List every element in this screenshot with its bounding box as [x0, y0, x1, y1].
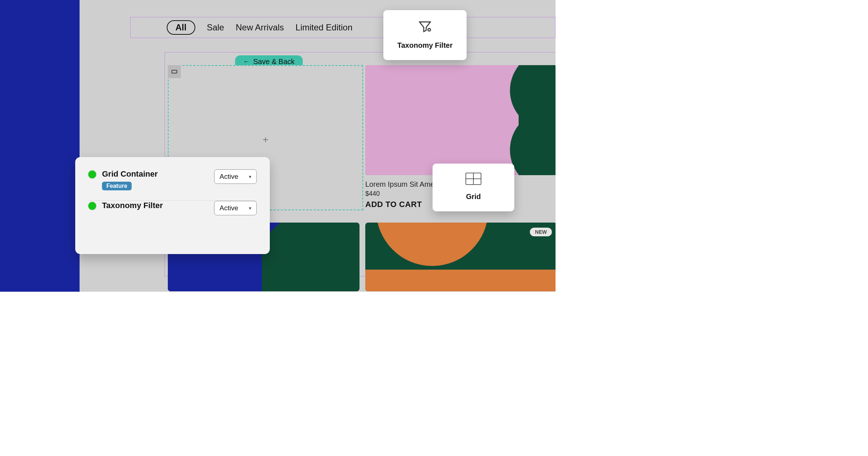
svg-point-0 — [428, 29, 430, 31]
status-dot-icon — [88, 170, 96, 178]
save-and-back-label: Save & Back — [253, 58, 295, 66]
filter-icon — [418, 20, 432, 34]
grid-container-state-select[interactable]: Active ▾ — [214, 169, 257, 184]
arrow-left-icon: ← — [243, 58, 250, 66]
settings-row-taxonomy-filter: Taxonomy Filter Active ▾ — [88, 201, 257, 215]
status-dot-icon — [88, 202, 96, 210]
select-value: Active — [220, 173, 238, 181]
filter-new-arrivals[interactable]: New Arrivals — [236, 22, 284, 33]
select-value: Active — [220, 204, 238, 212]
taxonomy-filter-title: Taxonomy Filter — [102, 201, 163, 210]
decorative-left-stripe — [0, 0, 80, 292]
chevron-down-icon: ▾ — [249, 174, 251, 180]
filter-all-pill[interactable]: All — [167, 20, 195, 35]
chevron-down-icon: ▾ — [249, 205, 251, 211]
grid-container-title: Grid Container — [102, 169, 158, 179]
taxonomy-filter-label: Taxonomy Filter — [383, 41, 467, 50]
new-badge: NEW — [530, 228, 552, 236]
grid-icon — [465, 172, 482, 185]
filter-nav-row: All Sale New Arrivals Limited Edition — [130, 17, 556, 38]
grid-label: Grid — [433, 193, 514, 201]
feature-badge: Feature — [102, 182, 132, 190]
add-content-icon[interactable]: + — [263, 134, 268, 145]
grid-popover[interactable]: Grid — [433, 164, 514, 211]
filter-sale[interactable]: Sale — [207, 22, 224, 33]
product-image — [365, 65, 556, 175]
settings-row-grid-container: Grid Container Feature Active ▾ — [88, 169, 257, 190]
block-settings-panel: Grid Container Feature Active ▾ Taxonomy… — [75, 157, 270, 254]
taxonomy-filter-state-select[interactable]: Active ▾ — [214, 201, 257, 215]
filter-limited-edition[interactable]: Limited Edition — [295, 22, 352, 33]
product-tile[interactable]: NEW — [365, 223, 556, 291]
container-handle-icon[interactable] — [168, 65, 181, 78]
taxonomy-filter-popover[interactable]: Taxonomy Filter — [383, 10, 467, 60]
